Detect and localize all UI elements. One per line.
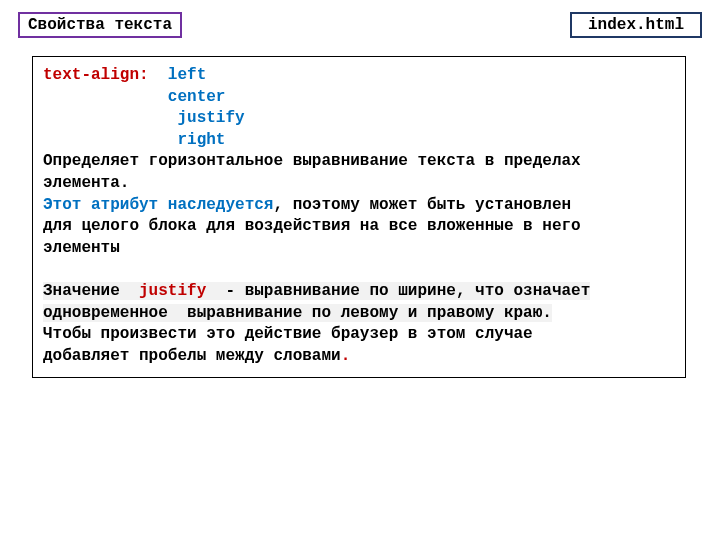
justify-line-d: добавляет пробелы между словами (43, 347, 341, 365)
css-value-right: right (177, 131, 225, 149)
desc-line-2c: элементы (43, 239, 120, 257)
css-value-justify: justify (177, 109, 244, 127)
css-property-name: text-align: (43, 66, 149, 84)
page-title: Свойства текста (28, 16, 172, 34)
inherited-phrase: Этот атрибут наследуется (43, 196, 273, 214)
filename-box: index.html (570, 12, 702, 38)
ending-dot: . (341, 347, 351, 365)
desc-line-1a: Определяет горизонтальное выравнивание т… (43, 152, 581, 170)
justify-line-a-post: - выравнивание по ширине, что означает (206, 282, 590, 300)
desc-line-2a: , поэтому может быть установлен (273, 196, 571, 214)
content-box: text-align: left center justify right Оп… (32, 56, 686, 378)
page-title-box: Свойства текста (18, 12, 182, 38)
desc-line-2b: для целого блока для воздействия на все … (43, 217, 581, 235)
filename: index.html (588, 16, 684, 34)
justify-line-c: Чтобы произвести это действие браузер в … (43, 325, 533, 343)
css-value-center: center (168, 88, 226, 106)
justify-line-b: одновременное выравнивание по левому и п… (43, 304, 552, 322)
css-value-left: left (168, 66, 206, 84)
justify-keyword: justify (139, 282, 206, 300)
desc-line-1b: элемента. (43, 174, 129, 192)
justify-line-a-pre: Значение (43, 282, 139, 300)
